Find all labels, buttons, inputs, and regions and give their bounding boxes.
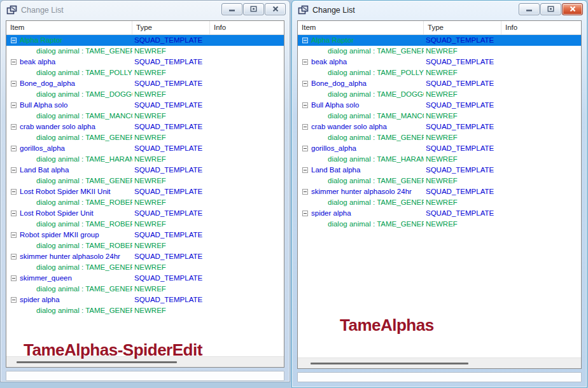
collapse-toggle-icon[interactable] bbox=[302, 81, 308, 87]
tree-child-row[interactable]: dialog animal : TAME_GENERICNEWREF bbox=[298, 219, 581, 230]
tree-item-type: SQUAD_TEMPLATE bbox=[132, 143, 284, 154]
collapse-toggle-icon[interactable] bbox=[302, 167, 308, 173]
tree-item-row[interactable]: crab wander solo alphaSQUAD_TEMPLATE bbox=[298, 121, 581, 132]
collapse-toggle-icon[interactable] bbox=[11, 254, 17, 260]
tree-child-row[interactable]: dialog animal : TAME_DOGGONEWREF bbox=[298, 89, 581, 100]
tree-item-row[interactable]: Bull Alpha soloSQUAD_TEMPLATE bbox=[298, 100, 581, 111]
collapse-toggle-icon[interactable] bbox=[11, 81, 17, 87]
horizontal-scrollbar[interactable] bbox=[298, 357, 581, 368]
column-header-item[interactable]: Item bbox=[298, 21, 424, 34]
collapse-toggle-icon[interactable] bbox=[11, 38, 17, 43]
tree-item-row[interactable]: beak alphaSQUAD_TEMPLATE bbox=[6, 57, 284, 67]
tree-item-label: Robot spider MKII group bbox=[20, 230, 99, 240]
tree-item-row[interactable]: gorillos_alphaSQUAD_TEMPLATE bbox=[6, 143, 284, 154]
titlebar[interactable]: Change List bbox=[1, 1, 290, 20]
tree-child-row[interactable]: dialog animal : TAME_HARAMBENEWREF bbox=[298, 154, 581, 165]
collapse-toggle-icon[interactable] bbox=[11, 232, 17, 238]
collapse-toggle-icon[interactable] bbox=[11, 146, 17, 151]
tree-item-row[interactable]: beak alphaSQUAD_TEMPLATE bbox=[298, 57, 581, 67]
column-header-info[interactable]: Info bbox=[501, 21, 581, 34]
collapse-toggle-icon[interactable] bbox=[11, 102, 17, 108]
tree-child-row[interactable]: dialog animal : TAME_GENERICNEWREF bbox=[6, 305, 284, 316]
minimize-button[interactable] bbox=[519, 3, 540, 15]
window-title: Change List bbox=[312, 6, 515, 15]
tree-child-row[interactable]: dialog animal : TAME_GENERICNEWREF bbox=[6, 284, 284, 294]
tree-item-row[interactable]: skimmer hunter alphasolo 24hrSQUAD_TEMPL… bbox=[6, 251, 284, 262]
tree-item-label: beak alpha bbox=[311, 57, 347, 67]
scrollbar-thumb[interactable] bbox=[311, 363, 468, 364]
column-header-info[interactable]: Info bbox=[210, 21, 284, 34]
tree-item-label: Lost Robot Spider Unit bbox=[20, 208, 94, 219]
tree-item-row[interactable]: spider alphaSQUAD_TEMPLATE bbox=[6, 294, 284, 305]
tree-child-row[interactable]: dialog animal : TAME_GENERICNEWREF bbox=[6, 176, 284, 186]
tree-item-label: Land Bat alpha bbox=[20, 165, 69, 176]
collapse-toggle-icon[interactable] bbox=[302, 102, 308, 108]
collapse-toggle-icon[interactable] bbox=[302, 211, 308, 216]
tree-child-cell: dialog animal : TAME_POLLY bbox=[298, 67, 424, 78]
tree-child-row[interactable]: dialog animal : TAME_GENERICNEWREF bbox=[6, 132, 284, 143]
tree-item-row[interactable]: Lost Robot Spider MKII UnitSQUAD_TEMPLAT… bbox=[6, 186, 284, 197]
tree-child-row[interactable]: dialog animal : TAME_MANCOWNEWREF bbox=[298, 111, 581, 121]
tree-child-type: NEWREF bbox=[132, 132, 284, 143]
collapse-toggle-icon[interactable] bbox=[11, 167, 17, 173]
tree-item-cell: Bone_dog_alpha bbox=[298, 78, 424, 89]
collapse-toggle-icon[interactable] bbox=[302, 146, 308, 151]
tree-item-row[interactable]: Robot spider MKII groupSQUAD_TEMPLATE bbox=[6, 230, 284, 240]
tree-item-label: crab wander solo alpha bbox=[311, 121, 387, 132]
tree-child-row[interactable]: dialog animal : TAME_POLLYNEWREF bbox=[6, 67, 284, 78]
tree-child-cell: dialog animal : TAME_ROBERTO bbox=[6, 240, 132, 251]
app-icon bbox=[298, 5, 309, 15]
tree-item-row[interactable]: Bull Alpha soloSQUAD_TEMPLATE bbox=[6, 100, 284, 111]
close-button[interactable] bbox=[562, 3, 583, 15]
titlebar[interactable]: Change List bbox=[292, 1, 587, 20]
tree-item-row[interactable]: Land Bat alphaSQUAD_TEMPLATE bbox=[298, 165, 581, 176]
tree-item-row[interactable]: gorillos_alphaSQUAD_TEMPLATE bbox=[298, 143, 581, 154]
tree-child-row[interactable]: dialog animal : TAME_POLLYNEWREF bbox=[298, 67, 581, 78]
collapse-toggle-icon[interactable] bbox=[11, 59, 17, 65]
tree-child-row[interactable]: dialog animal : TAME_GENERICNEWREF bbox=[298, 197, 581, 208]
tree-child-row[interactable]: dialog animal : TAME_GENERICNEWREF bbox=[298, 176, 581, 186]
tree-item-row[interactable]: spider alphaSQUAD_TEMPLATE bbox=[298, 208, 581, 219]
tree-child-row[interactable]: dialog animal : TAME_MANCOWNEWREF bbox=[6, 111, 284, 121]
tree-item-row[interactable]: crab wander solo alphaSQUAD_TEMPLATE bbox=[6, 121, 284, 132]
tree-item-label: Lost Robot Spider MKII Unit bbox=[20, 186, 111, 197]
status-strip bbox=[6, 371, 284, 381]
column-header-type[interactable]: Type bbox=[424, 21, 501, 34]
collapse-toggle-icon[interactable] bbox=[11, 124, 17, 130]
tree-item-row[interactable]: Bone_dog_alphaSQUAD_TEMPLATE bbox=[6, 78, 284, 89]
collapse-toggle-icon[interactable] bbox=[11, 189, 17, 195]
tree-item-row[interactable]: Alpha RaptorSQUAD_TEMPLATE bbox=[298, 35, 581, 46]
collapse-toggle-icon[interactable] bbox=[11, 297, 17, 303]
scrollbar-thumb[interactable] bbox=[17, 361, 177, 363]
tree-item-row[interactable]: Alpha RaptorSQUAD_TEMPLATE bbox=[6, 35, 284, 46]
tree-child-row[interactable]: dialog animal : TAME_GENERICNEWREF bbox=[298, 46, 581, 57]
column-header-item[interactable]: Item bbox=[6, 21, 132, 34]
minimize-button[interactable] bbox=[221, 3, 242, 15]
column-header-type[interactable]: Type bbox=[132, 21, 210, 34]
collapse-toggle-icon[interactable] bbox=[302, 59, 308, 65]
tree-item-row[interactable]: skimmer hunter alphasolo 24hrSQUAD_TEMPL… bbox=[298, 186, 581, 197]
close-button[interactable] bbox=[265, 3, 286, 15]
tree-child-row[interactable]: dialog animal : TAME_ROBERTONEWREF bbox=[6, 219, 284, 230]
collapse-toggle-icon[interactable] bbox=[11, 211, 17, 216]
tree-child-row[interactable]: dialog animal : TAME_GENERICNEWREF bbox=[6, 262, 284, 273]
tree-child-row[interactable]: dialog animal : TAME_HARAMBENEWREF bbox=[6, 154, 284, 165]
tree-child-label: dialog animal : TAME_DOGGO bbox=[328, 89, 424, 100]
maximize-button[interactable] bbox=[540, 3, 561, 15]
tree-child-row[interactable]: dialog animal : TAME_DOGGONEWREF bbox=[6, 89, 284, 100]
maximize-button[interactable] bbox=[243, 3, 264, 15]
tree-item-row[interactable]: skimmer_queenSQUAD_TEMPLATE bbox=[6, 273, 284, 284]
collapse-toggle-icon[interactable] bbox=[302, 124, 308, 130]
tree-child-row[interactable]: dialog animal : TAME_GENERICNEWREF bbox=[6, 46, 284, 57]
tree-child-label: dialog animal : TAME_GENERIC bbox=[36, 284, 132, 294]
tree-item-row[interactable]: Land Bat alphaSQUAD_TEMPLATE bbox=[6, 165, 284, 176]
tree-child-row[interactable]: dialog animal : TAME_ROBERTONEWREF bbox=[6, 197, 284, 208]
tree-item-row[interactable]: Bone_dog_alphaSQUAD_TEMPLATE bbox=[298, 78, 581, 89]
tree-child-type: NEWREF bbox=[132, 240, 284, 251]
tree-item-row[interactable]: Lost Robot Spider UnitSQUAD_TEMPLATE bbox=[6, 208, 284, 219]
collapse-toggle-icon[interactable] bbox=[302, 38, 308, 43]
tree-child-row[interactable]: dialog animal : TAME_GENERICNEWREF bbox=[298, 132, 581, 143]
collapse-toggle-icon[interactable] bbox=[11, 275, 17, 281]
tree-child-row[interactable]: dialog animal : TAME_ROBERTONEWREF bbox=[6, 240, 284, 251]
collapse-toggle-icon[interactable] bbox=[302, 189, 308, 195]
